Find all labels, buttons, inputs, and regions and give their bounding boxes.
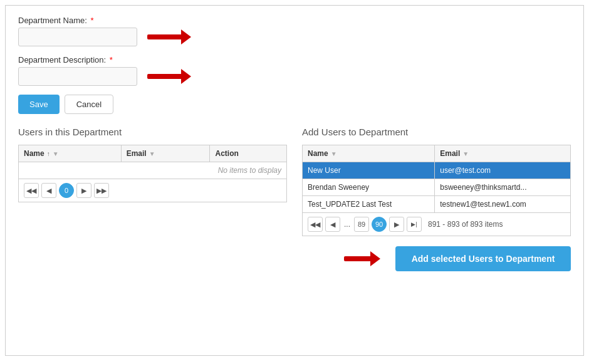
add-users-arrow (344, 252, 388, 265)
dept-name-required: * (90, 16, 93, 25)
right-col-email: Email ▼ (435, 145, 571, 162)
right-first-page-btn[interactable]: ◀◀ (308, 217, 323, 232)
dept-desc-arrow (147, 69, 197, 84)
dept-desc-label: Department Description: * (18, 55, 571, 65)
left-section: Users in this Department Name ↑ ▼ (18, 127, 287, 236)
no-items-text: No items to display (19, 162, 287, 179)
left-col-name: Name ↑ ▼ (19, 145, 122, 162)
left-current-page-btn[interactable]: 0 (59, 183, 74, 198)
sections-row: Users in this Department Name ↑ ▼ (18, 127, 571, 236)
left-table: Name ↑ ▼ Email ▼ Action (18, 145, 287, 179)
right-table-row[interactable]: New User user@test.com (303, 162, 571, 179)
right-row-email: testnew1@test.new1.com (435, 196, 571, 213)
left-table-empty-row: No items to display (19, 162, 287, 179)
dept-name-field-group: Department Name: * (18, 16, 571, 46)
dept-name-input[interactable] (18, 28, 137, 46)
left-col-action: Action (210, 145, 287, 162)
right-col-name: Name ▼ (303, 145, 435, 162)
left-section-title: Users in this Department (18, 127, 287, 137)
left-col-email: Email ▼ (121, 145, 210, 162)
dept-name-label-text: Department Name: (18, 16, 87, 25)
right-next-page-btn[interactable]: ▶ (389, 217, 404, 232)
right-row-email: bsweeney@thinksmartd... (435, 179, 571, 196)
right-table-row[interactable]: Brendan Sweeney bsweeney@thinksmartd... (303, 179, 571, 196)
form-actions: Save Cancel (18, 95, 571, 114)
dept-desc-input[interactable] (18, 67, 137, 86)
right-last-page-btn[interactable]: ▶| (407, 217, 422, 232)
add-selected-users-button[interactable]: Add selected Users to Department (395, 246, 571, 271)
right-row-name: New User (303, 162, 435, 179)
left-pagination: ◀◀ ◀ 0 ▶ ▶▶ (18, 179, 287, 202)
right-prev-page-btn[interactable]: ◀ (325, 217, 340, 232)
main-container: Department Name: * Department Descriptio… (5, 5, 584, 356)
dept-desc-field-group: Department Description: * (18, 55, 571, 86)
right-pagination: ◀◀ ◀ ... 89 90 ▶ ▶| 891 - 893 of 893 ite… (302, 213, 571, 236)
left-prev-page-btn[interactable]: ◀ (41, 183, 56, 198)
left-last-page-btn[interactable]: ▶▶ (94, 183, 109, 198)
right-page-90-btn[interactable]: 90 (372, 217, 387, 232)
right-table: Name ▼ Email ▼ New User (302, 145, 571, 213)
right-email-filter-icon[interactable]: ▼ (462, 150, 469, 157)
right-row-name: Test_UPDATE2 Last Test (303, 196, 435, 213)
right-section: Add Users to Department Name ▼ Email (302, 127, 571, 236)
save-button[interactable]: Save (18, 95, 60, 114)
right-page-info: 891 - 893 of 893 items (428, 220, 503, 229)
right-row-name: Brendan Sweeney (303, 179, 435, 196)
right-section-title: Add Users to Department (302, 127, 571, 137)
right-name-filter-icon[interactable]: ▼ (331, 150, 337, 157)
name-filter-icon[interactable]: ▼ (53, 150, 59, 157)
dept-desc-label-text: Department Description: (18, 55, 106, 65)
name-sort-icon[interactable]: ↑ (47, 150, 50, 157)
bottom-action-row: Add selected Users to Department (18, 246, 571, 271)
right-row-email: user@test.com (435, 162, 571, 179)
cancel-button[interactable]: Cancel (65, 95, 113, 114)
right-page-89-btn[interactable]: 89 (354, 217, 369, 232)
right-table-row[interactable]: Test_UPDATE2 Last Test testnew1@test.new… (303, 196, 571, 213)
left-first-page-btn[interactable]: ◀◀ (24, 183, 39, 198)
dept-name-arrow (147, 29, 197, 44)
dept-desc-section: Department Description: * (18, 55, 571, 86)
dept-name-section: Department Name: * (18, 16, 571, 46)
left-next-page-btn[interactable]: ▶ (76, 183, 91, 198)
dept-desc-required: * (110, 55, 113, 65)
email-filter-icon[interactable]: ▼ (149, 150, 155, 157)
right-page-ellipsis: ... (343, 220, 352, 229)
dept-name-label: Department Name: * (18, 16, 571, 25)
